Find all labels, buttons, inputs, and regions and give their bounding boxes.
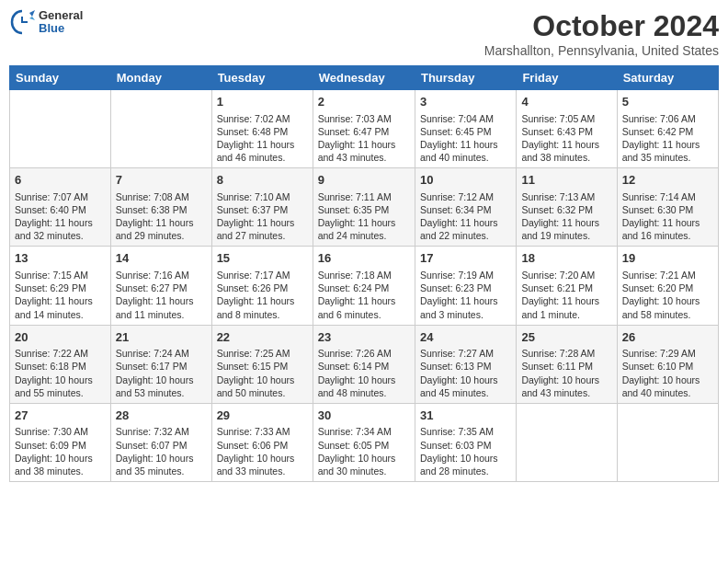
calendar-cell: 14Sunrise: 7:16 AM Sunset: 6:27 PM Dayli… — [110, 247, 211, 325]
cell-content: Sunrise: 7:18 AM Sunset: 6:24 PM Dayligh… — [318, 269, 410, 321]
calendar-cell — [517, 403, 617, 481]
cell-content: Sunrise: 7:11 AM Sunset: 6:35 PM Dayligh… — [318, 190, 410, 243]
day-number: 27 — [15, 408, 106, 424]
calendar-cell: 8Sunrise: 7:10 AM Sunset: 6:37 PM Daylig… — [211, 168, 313, 247]
day-number: 24 — [420, 329, 511, 346]
column-header-saturday: Saturday — [617, 66, 718, 90]
cell-content: Sunrise: 7:19 AM Sunset: 6:23 PM Dayligh… — [420, 269, 511, 321]
cell-content: Sunrise: 7:29 AM Sunset: 6:10 PM Dayligh… — [622, 347, 713, 399]
day-number: 20 — [15, 329, 106, 346]
day-number: 28 — [116, 408, 207, 424]
cell-content: Sunrise: 7:03 AM Sunset: 6:47 PM Dayligh… — [318, 112, 410, 165]
cell-content: Sunrise: 7:10 AM Sunset: 6:37 PM Dayligh… — [217, 190, 308, 243]
day-number: 18 — [521, 250, 611, 267]
cell-content: Sunrise: 7:15 AM Sunset: 6:29 PM Dayligh… — [15, 269, 106, 321]
calendar-cell — [110, 90, 211, 168]
day-number: 2 — [318, 94, 410, 110]
calendar-cell: 31Sunrise: 7:35 AM Sunset: 6:03 PM Dayli… — [415, 403, 516, 481]
cell-content: Sunrise: 7:13 AM Sunset: 6:32 PM Dayligh… — [521, 190, 611, 243]
cell-content: Sunrise: 7:21 AM Sunset: 6:20 PM Dayligh… — [622, 269, 713, 321]
day-number: 8 — [217, 172, 308, 189]
calendar-cell: 1Sunrise: 7:02 AM Sunset: 6:48 PM Daylig… — [211, 90, 313, 168]
day-number: 13 — [15, 250, 106, 267]
calendar-cell: 7Sunrise: 7:08 AM Sunset: 6:38 PM Daylig… — [110, 168, 211, 247]
logo-general: General — [39, 9, 83, 22]
calendar-cell: 4Sunrise: 7:05 AM Sunset: 6:43 PM Daylig… — [517, 90, 617, 168]
day-number: 23 — [318, 329, 410, 346]
cell-content: Sunrise: 7:27 AM Sunset: 6:13 PM Dayligh… — [420, 347, 511, 399]
cell-content: Sunrise: 7:05 AM Sunset: 6:43 PM Dayligh… — [521, 112, 611, 165]
day-number: 19 — [622, 250, 713, 267]
column-header-thursday: Thursday — [415, 66, 516, 90]
header-row: SundayMondayTuesdayWednesdayThursdayFrid… — [10, 66, 719, 90]
cell-content: Sunrise: 7:34 AM Sunset: 6:05 PM Dayligh… — [318, 425, 410, 477]
calendar-body: 1Sunrise: 7:02 AM Sunset: 6:48 PM Daylig… — [10, 90, 719, 482]
cell-content: Sunrise: 7:14 AM Sunset: 6:30 PM Dayligh… — [622, 190, 713, 243]
day-number: 9 — [318, 172, 410, 189]
day-number: 15 — [217, 250, 308, 267]
day-number: 11 — [521, 172, 611, 189]
calendar-cell: 26Sunrise: 7:29 AM Sunset: 6:10 PM Dayli… — [617, 325, 718, 403]
month-title: October 2024 — [484, 9, 719, 43]
calendar-cell — [617, 403, 718, 481]
column-header-sunday: Sunday — [10, 66, 111, 90]
day-number: 14 — [116, 250, 207, 267]
cell-content: Sunrise: 7:33 AM Sunset: 6:06 PM Dayligh… — [217, 425, 308, 477]
day-number: 17 — [420, 250, 511, 267]
day-number: 30 — [318, 408, 410, 424]
day-number: 22 — [217, 329, 308, 346]
calendar-cell: 15Sunrise: 7:17 AM Sunset: 6:26 PM Dayli… — [211, 247, 313, 325]
day-number: 3 — [420, 94, 511, 110]
logo: General Blue — [9, 9, 83, 36]
calendar-cell: 5Sunrise: 7:06 AM Sunset: 6:42 PM Daylig… — [617, 90, 718, 168]
day-number: 10 — [420, 172, 511, 189]
week-row-3: 13Sunrise: 7:15 AM Sunset: 6:29 PM Dayli… — [10, 247, 719, 325]
day-number: 6 — [15, 172, 106, 189]
cell-content: Sunrise: 7:08 AM Sunset: 6:38 PM Dayligh… — [116, 190, 207, 243]
page-header: General Blue October 2024 Marshallton, P… — [9, 9, 719, 58]
day-number: 4 — [521, 94, 611, 110]
calendar-cell: 20Sunrise: 7:22 AM Sunset: 6:18 PM Dayli… — [10, 325, 111, 403]
cell-content: Sunrise: 7:02 AM Sunset: 6:48 PM Dayligh… — [217, 112, 308, 165]
calendar-cell: 25Sunrise: 7:28 AM Sunset: 6:11 PM Dayli… — [517, 325, 617, 403]
calendar-cell: 10Sunrise: 7:12 AM Sunset: 6:34 PM Dayli… — [415, 168, 516, 247]
column-header-friday: Friday — [517, 66, 617, 90]
cell-content: Sunrise: 7:32 AM Sunset: 6:07 PM Dayligh… — [116, 425, 207, 477]
calendar-cell: 16Sunrise: 7:18 AM Sunset: 6:24 PM Dayli… — [313, 247, 415, 325]
cell-content: Sunrise: 7:04 AM Sunset: 6:45 PM Dayligh… — [420, 112, 511, 165]
column-header-wednesday: Wednesday — [313, 66, 415, 90]
calendar-cell: 18Sunrise: 7:20 AM Sunset: 6:21 PM Dayli… — [517, 247, 617, 325]
calendar-table: SundayMondayTuesdayWednesdayThursdayFrid… — [9, 65, 719, 482]
calendar-cell: 27Sunrise: 7:30 AM Sunset: 6:09 PM Dayli… — [10, 403, 111, 481]
calendar-cell: 21Sunrise: 7:24 AM Sunset: 6:17 PM Dayli… — [110, 325, 211, 403]
cell-content: Sunrise: 7:16 AM Sunset: 6:27 PM Dayligh… — [116, 269, 207, 321]
cell-content: Sunrise: 7:25 AM Sunset: 6:15 PM Dayligh… — [217, 347, 308, 399]
day-number: 7 — [116, 172, 207, 189]
week-row-5: 27Sunrise: 7:30 AM Sunset: 6:09 PM Dayli… — [10, 403, 719, 481]
calendar-cell: 19Sunrise: 7:21 AM Sunset: 6:20 PM Dayli… — [617, 247, 718, 325]
cell-content: Sunrise: 7:30 AM Sunset: 6:09 PM Dayligh… — [15, 425, 106, 477]
cell-content: Sunrise: 7:17 AM Sunset: 6:26 PM Dayligh… — [217, 269, 308, 321]
logo-blue: Blue — [39, 22, 83, 35]
calendar-cell: 9Sunrise: 7:11 AM Sunset: 6:35 PM Daylig… — [313, 168, 415, 247]
cell-content: Sunrise: 7:28 AM Sunset: 6:11 PM Dayligh… — [521, 347, 611, 399]
cell-content: Sunrise: 7:06 AM Sunset: 6:42 PM Dayligh… — [622, 112, 713, 165]
column-header-tuesday: Tuesday — [211, 66, 313, 90]
calendar-cell: 2Sunrise: 7:03 AM Sunset: 6:47 PM Daylig… — [313, 90, 415, 168]
column-header-monday: Monday — [110, 66, 211, 90]
day-number: 26 — [622, 329, 713, 346]
calendar-cell: 30Sunrise: 7:34 AM Sunset: 6:05 PM Dayli… — [313, 403, 415, 481]
cell-content: Sunrise: 7:26 AM Sunset: 6:14 PM Dayligh… — [318, 347, 410, 399]
week-row-1: 1Sunrise: 7:02 AM Sunset: 6:48 PM Daylig… — [10, 90, 719, 168]
calendar-cell: 13Sunrise: 7:15 AM Sunset: 6:29 PM Dayli… — [10, 247, 111, 325]
day-number: 31 — [420, 408, 511, 424]
day-number: 5 — [622, 94, 713, 110]
title-section: October 2024 Marshallton, Pennsylvania, … — [484, 9, 719, 58]
calendar-cell: 29Sunrise: 7:33 AM Sunset: 6:06 PM Dayli… — [211, 403, 313, 481]
location-title: Marshallton, Pennsylvania, United States — [484, 43, 719, 58]
day-number: 21 — [116, 329, 207, 346]
week-row-2: 6Sunrise: 7:07 AM Sunset: 6:40 PM Daylig… — [10, 168, 719, 247]
calendar-cell: 22Sunrise: 7:25 AM Sunset: 6:15 PM Dayli… — [211, 325, 313, 403]
cell-content: Sunrise: 7:20 AM Sunset: 6:21 PM Dayligh… — [521, 269, 611, 321]
calendar-cell: 6Sunrise: 7:07 AM Sunset: 6:40 PM Daylig… — [10, 168, 111, 247]
